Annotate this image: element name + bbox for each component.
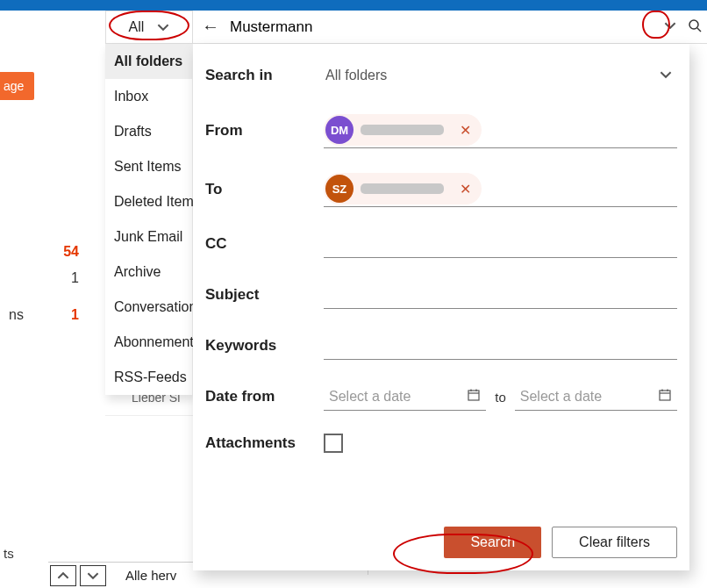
to-person-chip[interactable]: SZ ✕ [324,173,482,204]
footer-label: Alle herv [125,568,176,583]
search-icon [688,18,702,32]
avatar: SZ [325,175,354,203]
search-input[interactable] [223,18,658,36]
advanced-search-panel: Search in All folders From DM ✕ To SZ ✕ [193,44,689,570]
folder-counts: 54 1 ns 1 [0,239,88,328]
remove-chip-button[interactable]: ✕ [451,181,480,197]
folder-option-abonnements[interactable]: Abonnements [105,325,192,360]
search-scope-label: All [129,19,145,35]
count-4-label: ns [9,307,24,323]
date-placeholder: Select a date [515,389,602,405]
folder-option-rss[interactable]: RSS-Feeds [105,360,192,395]
advanced-search-toggle[interactable] [658,19,682,35]
folder-option-archive[interactable]: Archive [105,255,192,290]
label-keywords: Keywords [205,337,324,355]
count-1: 54 [0,239,88,265]
from-person-chip[interactable]: DM ✕ [324,114,482,146]
chevron-down-icon [157,21,169,33]
search-button[interactable] [682,18,707,36]
calendar-icon [467,388,481,405]
down-button[interactable] [80,565,106,586]
remove-chip-button[interactable]: ✕ [451,122,480,139]
label-date-from: Date from [205,388,324,405]
folder-scope-dropdown-panel: All folders Inbox Drafts Sent Items Dele… [105,44,193,395]
from-field[interactable]: DM ✕ [324,112,677,148]
folder-option-deleted[interactable]: Deleted Items [105,184,192,219]
folder-option-junk[interactable]: Junk Email [105,219,192,255]
date-placeholder: Select a date [324,389,411,405]
label-date-to: to [495,390,506,405]
folder-option-sent[interactable]: Sent Items [105,149,192,184]
search-in-value: All folders [324,64,389,87]
search-scope-dropdown[interactable]: All [105,11,193,44]
subject-field[interactable] [324,281,677,309]
title-bar [0,0,707,11]
clear-filters-button[interactable]: Clear filters [552,527,677,558]
chevron-down-icon [664,19,676,32]
search-submit-button[interactable]: Search [444,527,541,558]
date-to-input[interactable]: Select a date [515,383,677,411]
svg-point-0 [689,20,698,29]
label-from: From [205,122,324,140]
label-cc: CC [205,235,324,253]
search-in-select[interactable]: All folders [324,61,677,90]
svg-rect-6 [660,391,670,400]
folder-option-all-folders[interactable]: All folders [105,44,192,79]
count-4: 1 [71,307,79,323]
count-4-row: ns 1 [0,302,88,328]
keywords-field[interactable] [324,332,677,360]
date-from-input[interactable]: Select a date [324,383,486,411]
redacted-name [361,183,444,194]
left-pane-fragment: age 54 1 ns 1 ts [0,11,105,588]
svg-line-1 [697,28,701,32]
attachments-checkbox[interactable] [324,434,343,453]
label-search-in: Search in [205,67,324,84]
avatar: DM [325,116,354,144]
up-button[interactable] [50,565,76,586]
label-to: To [205,181,324,198]
calendar-icon [658,388,672,405]
cc-field[interactable] [324,230,677,258]
new-message-button-fragment[interactable]: age [0,72,34,100]
count-3 [0,291,88,302]
to-field[interactable]: SZ ✕ [324,171,677,207]
folder-option-drafts[interactable]: Drafts [105,114,192,149]
left-bottom-label: ts [0,546,14,561]
redacted-name [361,125,444,135]
folder-option-conversations[interactable]: Conversations [105,290,192,325]
label-subject: Subject [205,286,324,304]
search-bar: ← [193,11,707,44]
folder-option-inbox[interactable]: Inbox [105,79,192,114]
label-attachments: Attachments [205,434,324,452]
chevron-down-icon [660,68,672,83]
svg-rect-2 [468,391,479,400]
count-2: 1 [0,265,88,291]
back-button[interactable]: ← [198,17,223,37]
